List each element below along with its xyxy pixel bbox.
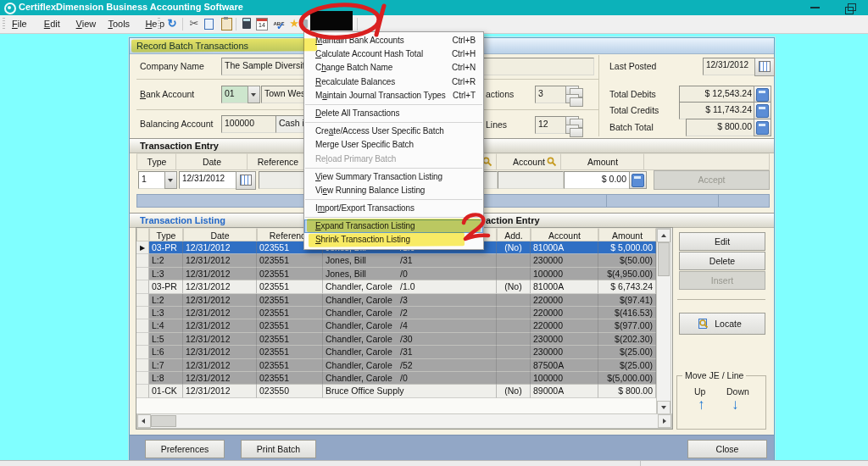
table-row[interactable]: 01-CK12/31/2012023550Bruce Office Supply… — [136, 385, 672, 397]
menu-item-import-export-transactions[interactable]: Import/Export Transactions — [304, 202, 483, 215]
entry-col-amount: Amount — [560, 153, 645, 170]
app-title: CertiflexDimension Business Accounting S… — [19, 2, 243, 12]
menu-shortcut: Ctrl+R — [452, 75, 476, 89]
menu-item-merge-user-specific-batch[interactable]: Merge User Specific Batch — [304, 138, 483, 152]
menu-item-view-running-balance-listing[interactable]: View Running Balance Listing — [304, 184, 483, 197]
transaction-listing-table: TypeDateReferenceAdd.AccountAmount ▶03-P… — [136, 227, 673, 430]
move-up-label: Up — [694, 386, 705, 397]
listing-col-add: Add. — [497, 228, 531, 241]
table-row[interactable]: L:512/31/2012023551Chandler, Carole/3023… — [136, 333, 672, 346]
menu-item-delete-all-transactions[interactable]: Delete All Transactions — [304, 107, 483, 120]
balancing-account-label: Balancing Account — [140, 119, 213, 129]
total-debits-calc-button[interactable] — [754, 86, 771, 103]
calculator-icon[interactable] — [242, 18, 251, 29]
table-row[interactable]: L:212/31/2012023551Jones, Bill/31230000$… — [136, 254, 672, 267]
menubar-item-view[interactable]: View — [73, 18, 100, 30]
menu-item-maintain-bank-accounts[interactable]: Maintain Bank AccountsCtrl+B — [304, 34, 483, 47]
last-posted-field[interactable]: 12/31/2012 — [703, 58, 757, 75]
batch-total-field: $ 800.00 — [686, 119, 755, 136]
lines-stepper[interactable] — [565, 116, 579, 133]
calendar-icon[interactable]: 14 — [256, 18, 268, 31]
preferences-button[interactable]: Preferences — [145, 440, 225, 458]
total-credits-calc-button[interactable] — [754, 102, 771, 119]
highlight-shrink-item — [309, 232, 465, 247]
move-down-label: Down — [726, 386, 749, 397]
entry-type-dropdown-button[interactable] — [164, 171, 177, 189]
table-row[interactable]: L:412/31/2012023551Chandler, Carole/4220… — [136, 319, 672, 332]
locate-button[interactable]: Locate — [679, 313, 765, 335]
menu-item-calculate-account-hash-total[interactable]: Calculate Account Hash TotalCtrl+H — [304, 47, 483, 61]
account-search-icon[interactable] — [547, 157, 557, 167]
move-je-line-label: Move JE / Line — [682, 370, 746, 380]
locate-label: Locate — [715, 319, 742, 329]
menu-item-recalculate-balances[interactable]: Recalculate BalancesCtrl+R — [304, 75, 483, 89]
move-up-arrow-icon[interactable]: ↑ — [698, 397, 705, 413]
partial-toolbar-icon[interactable] — [301, 19, 308, 28]
print-batch-button[interactable]: Print Batch — [241, 440, 316, 458]
entry-amount-field[interactable]: $ 0.00 — [564, 171, 630, 189]
bank-account-dropdown-button[interactable] — [248, 86, 260, 103]
close-button[interactable]: Close — [687, 440, 767, 458]
minimize-icon[interactable] — [810, 7, 820, 8]
menubar-item-file[interactable]: File — [8, 18, 31, 30]
entry-amount-calc-button[interactable] — [629, 171, 647, 189]
table-row[interactable]: 03-PR12/31/2012023551Chandler, Carole/1.… — [136, 280, 672, 293]
entry-col-blank — [643, 153, 770, 170]
edit-button[interactable]: Edit — [679, 232, 765, 251]
menu-shortcut: Ctrl+B — [453, 34, 476, 47]
total-debits-field: $ 12,543.24 — [679, 86, 755, 103]
menu-item-change-batch-name[interactable]: Change Batch NameCtrl+N — [304, 61, 483, 75]
lines-label-fragment: Lines — [486, 119, 507, 130]
menubar-item-edit[interactable]: Edit — [41, 18, 64, 30]
entry-date-calendar-button[interactable] — [236, 171, 256, 190]
horizontal-scrollbar[interactable] — [136, 413, 672, 429]
menubar-item-tools[interactable]: Tools — [104, 18, 133, 30]
listing-col-amount: Amount — [598, 228, 656, 241]
balancing-account-code[interactable]: 100000 — [221, 115, 279, 133]
last-posted-label: Last Posted — [609, 61, 656, 71]
batch-total-label: Batch Total — [609, 122, 654, 132]
total-debits-label: Total Debits — [609, 89, 656, 99]
form-divider — [598, 55, 599, 136]
transactions-count-field[interactable]: 3 — [535, 86, 567, 103]
calendar-day: 14 — [257, 22, 267, 28]
batch-total-calc-button[interactable] — [754, 119, 771, 136]
entry-account-field[interactable] — [498, 171, 564, 189]
table-row[interactable]: L:812/31/2012023551Chandler, Carole/0100… — [136, 372, 672, 385]
favorites-icon[interactable]: ★ — [287, 16, 302, 31]
spellcheck-icon[interactable]: ABC ✓ — [271, 16, 287, 31]
entry-date-field[interactable]: 12/31/2012 — [179, 171, 238, 189]
toolbar-separator — [357, 18, 358, 31]
entry-col-reference: Reference — [247, 153, 309, 170]
paste-icon[interactable] — [221, 18, 232, 31]
restore-icon[interactable] — [848, 3, 856, 11]
table-row[interactable]: L:612/31/2012023551Chandler, Carole/3123… — [136, 346, 672, 358]
refresh-icon[interactable]: ↻ — [164, 16, 180, 31]
menu-item-view-summary-transaction-listing[interactable]: View Summary Transaction Listing — [304, 170, 483, 184]
right-panel-title-fragment: action Entry — [486, 215, 540, 225]
copy-icon[interactable] — [204, 19, 214, 30]
listing-col-account: Account — [531, 228, 598, 241]
toolbar-grip — [158, 18, 160, 31]
transactions-stepper[interactable] — [565, 86, 579, 103]
listing-col-type: Type — [149, 228, 183, 241]
insert-button[interactable]: Insert — [679, 271, 765, 290]
table-row[interactable]: L:312/31/2012023551Jones, Bill/0100000$(… — [136, 268, 672, 280]
cut-icon[interactable]: ✂ — [186, 16, 202, 31]
menu-item-reload-primary-batch[interactable]: Reload Primary Batch — [304, 153, 483, 166]
delete-button[interactable]: Delete — [679, 252, 765, 270]
bank-account-label: Bank Account — [140, 89, 194, 99]
table-row[interactable]: L:712/31/2012023551Chandler, Carole/5287… — [136, 359, 672, 372]
table-row[interactable]: L:312/31/2012023551Chandler, Carole/2220… — [136, 307, 672, 319]
lines-count-field[interactable]: 12 — [535, 116, 567, 134]
batch-context-menu: Maintain Bank AccountsCtrl+BCalculate Ac… — [303, 31, 484, 250]
menu-item-create-access-user-specific-batch[interactable]: Create/Access User Specific Batch — [304, 125, 483, 138]
vertical-scrollbar[interactable] — [656, 228, 671, 415]
last-posted-calendar-button[interactable] — [754, 58, 775, 76]
toolbar-separator — [236, 18, 236, 31]
menu-item-maintain-journal-transaction-types[interactable]: Maintain Journal Transaction TypesCtrl+T — [304, 89, 483, 103]
move-down-arrow-icon[interactable]: ↓ — [732, 397, 739, 413]
accept-button[interactable]: Accept — [654, 170, 770, 190]
table-row[interactable]: L:212/31/2012023551Chandler, Carole/3220… — [136, 294, 672, 307]
bank-account-code[interactable]: 01 — [221, 86, 248, 103]
